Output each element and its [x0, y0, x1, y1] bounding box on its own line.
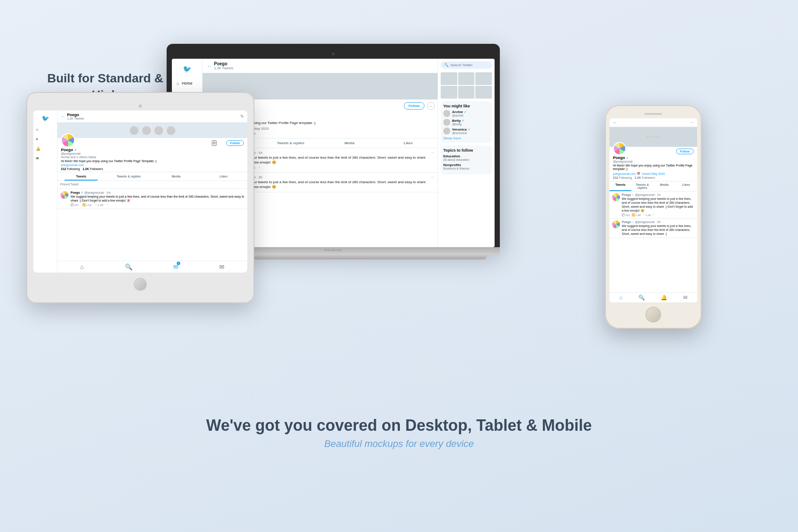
tablet-cover-area: [57, 123, 247, 138]
tablet-name: Poego ✓: [61, 148, 244, 152]
topics-title: Topics to follow: [443, 148, 489, 153]
you-might-like-widget: You might like Archie ✓ @archie: [441, 101, 492, 143]
tablet-edit-icon[interactable]: ✎: [240, 114, 244, 119]
back-arrow[interactable]: ←: [207, 64, 211, 68]
tablet-nav-msg-icon[interactable]: ✉: [219, 263, 224, 270]
tablet-t1-like[interactable]: ♡ 1.2K: [95, 203, 103, 206]
phone-twitter-ui: ← ··· ★★★★★ Follow: [609, 118, 697, 302]
tablet-tweet1-actions: 💬 217 🔁 1.2K ♡ 1.2K ↑: [71, 203, 244, 206]
phone-t1-rt[interactable]: 🔁 1.2K: [632, 213, 641, 216]
tablet-back-arrow[interactable]: ←: [61, 114, 65, 119]
phone-screen: ← ··· ★★★★★ Follow: [609, 118, 697, 302]
tablet-bottom-nav: ⌂ 🔍 ✉1 ✉: [57, 261, 247, 273]
betty-name: Betty ✓: [452, 119, 464, 123]
phone-t1-reply[interactable]: 💬 212: [622, 213, 630, 216]
tablet-t1-share[interactable]: ↑: [107, 203, 108, 206]
tablet-stats: 212 Following 1.2K Followers: [61, 167, 244, 170]
phone-nav-msg[interactable]: ✉: [683, 294, 688, 301]
phone-profile-name: Poego ✓: [613, 156, 694, 160]
veronica-handle: @veronica: [452, 131, 470, 135]
tweet2-more[interactable]: ···: [431, 175, 434, 179]
phone-nav-home[interactable]: ⌂: [619, 294, 622, 301]
tablet-cover-dot2: [142, 126, 151, 135]
phone-avatar: [613, 142, 626, 155]
tablet-tab-likes[interactable]: Likes: [200, 172, 247, 181]
phone-profile: Follow Poego ✓ @poegosocial Hi there! We…: [609, 147, 697, 181]
phone-tab-tweets[interactable]: Tweets: [609, 181, 631, 191]
tablet-msg-icon: ✉: [36, 156, 39, 160]
archie-handle: @archie: [452, 114, 467, 117]
tablet-handle: @poegosocial: [61, 152, 244, 155]
home-icon: ⌂: [176, 81, 179, 86]
tweet2-time: · 2h: [256, 175, 262, 179]
phone-speaker: [645, 113, 662, 115]
phone-t1-share[interactable]: ↑: [653, 213, 654, 216]
tablet-twitter-ui: 🐦 ⌂ # 🔔 ✉: [33, 110, 247, 273]
phone-more[interactable]: ···: [690, 120, 694, 125]
phone-tab-media[interactable]: Media: [653, 181, 675, 191]
tablet-bio: Hi there! We hope you enjoy using our Tw…: [61, 160, 244, 163]
phone-nav-notif[interactable]: 🔔: [661, 294, 667, 301]
tablet-nav-home[interactable]: ⌂: [33, 126, 57, 133]
tablet-pinned-label: Pinned Tweet: [57, 181, 247, 189]
tablet-nav-notif-icon[interactable]: ✉1: [173, 263, 178, 270]
tablet-nav-search-icon[interactable]: 🔍: [125, 263, 132, 270]
tablet-tab-media[interactable]: Media: [153, 172, 200, 181]
laptop-camera: [332, 53, 335, 55]
tablet-following: 212 Following: [61, 167, 80, 170]
follow-button[interactable]: Follow: [404, 102, 424, 110]
tablet-tab-replies[interactable]: Tweets & replies: [105, 172, 152, 181]
tablet-nav-home-icon[interactable]: ⌂: [80, 263, 84, 270]
tablet-nav-notif[interactable]: 🔔: [33, 145, 57, 153]
photo-grid: [441, 72, 492, 99]
tablet-website[interactable]: poegosocial.com: [61, 163, 244, 167]
tab-likes[interactable]: Likes: [379, 138, 438, 148]
phone-tweet2-avatar: [612, 220, 620, 228]
more-options-btn[interactable]: ···: [427, 102, 435, 110]
tweet1-share[interactable]: ↑: [259, 166, 260, 170]
archie-avatar: [443, 110, 450, 117]
tablet-explore-icon: #: [36, 137, 38, 141]
phone-home-button[interactable]: [645, 307, 661, 323]
tablet-screen: 🐦 ⌂ # 🔔 ✉: [33, 110, 247, 273]
phone-verified: ✓: [626, 156, 629, 160]
tablet-tabs: Tweets Tweets & replies Media Likes: [57, 172, 247, 181]
phone-tab-likes[interactable]: Likes: [675, 181, 697, 191]
photo-cell-1: [441, 72, 457, 85]
topic-education: Education All about education: [443, 154, 489, 161]
tablet-profile-header: ← Poego 1.2K Tweets ✎: [57, 110, 247, 123]
tablet-cover-dot4: [167, 126, 175, 135]
tablet-tab-tweets[interactable]: Tweets: [57, 172, 105, 181]
veronica-avatar: [443, 128, 450, 135]
nav-home[interactable]: ⌂ Home: [172, 78, 202, 88]
phone-header: ← ···: [609, 118, 697, 127]
tablet-gear-btn[interactable]: ⚙: [212, 140, 217, 146]
phone-meta: poegosocial.com 📅 Joined May 2020: [613, 172, 694, 176]
tablet-t1-rt[interactable]: 🔁 1.2K: [82, 203, 92, 206]
phone-t1-like[interactable]: ♡ 1.2K: [643, 213, 651, 216]
phone-tab-replies[interactable]: Tweets & replies: [631, 181, 653, 191]
show-more-link[interactable]: Show more: [443, 136, 489, 140]
phone-follow-btn[interactable]: Follow: [676, 149, 694, 154]
search-bar[interactable]: 🔍 Search Twitter: [441, 61, 492, 69]
tab-tweets-replies[interactable]: Tweets & replies: [261, 138, 320, 148]
phone-tweet2-content: Poego ✓ @poegosocial · 2h We suggest kee…: [622, 220, 695, 236]
photo-cell-4: [441, 86, 457, 99]
phone-back-arrow[interactable]: ←: [613, 120, 617, 125]
tablet-verified: ✓: [74, 148, 77, 152]
tablet-t1-reply[interactable]: 💬 217: [71, 203, 79, 206]
tablet-home-button[interactable]: [134, 278, 147, 291]
tweet1-more[interactable]: ···: [431, 151, 434, 155]
phone-nav-search[interactable]: 🔍: [638, 294, 645, 301]
tablet-nav-msg[interactable]: ✉: [33, 155, 57, 162]
tablet-tweet1-avatar: [61, 191, 68, 199]
tablet-follow-btn[interactable]: Follow: [226, 140, 244, 146]
tablet-nav-explore[interactable]: #: [33, 135, 57, 143]
phone-bottom-nav: ⌂ 🔍 🔔 ✉: [609, 292, 697, 302]
tablet-device: 🐦 ⌂ # 🔔 ✉: [26, 92, 254, 303]
tablet-profile-info: ⚙ Follow Poego ✓ @poegosocial Archie and…: [57, 138, 247, 172]
tab-media[interactable]: Media: [320, 138, 379, 148]
tablet-tweet-1: Poego ✓ @poegosocial · 1m We suggest kee…: [57, 189, 247, 209]
phone-tweet-2: Poego ✓ @poegosocial · 2h We suggest kee…: [609, 219, 697, 238]
laptop-tw-right-sidebar: 🔍 Search Twitter: [438, 59, 495, 247]
